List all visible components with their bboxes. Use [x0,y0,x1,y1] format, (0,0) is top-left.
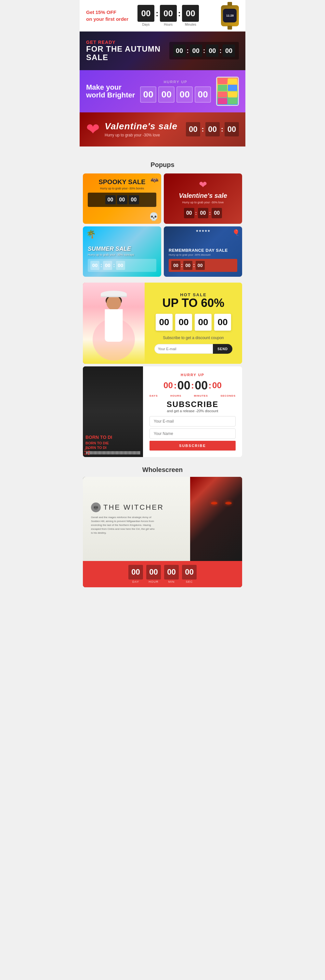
subscribe-form-area: HURRY UP 00 : 00 : 00 : 00 DAYS HOURS MI… [143,366,242,457]
hotsale-send-button[interactable]: SEND [213,344,233,354]
barcode [86,451,140,455]
sum-count1: 00 [90,261,99,270]
main-countdown: 00 : 00 : 00 Days Hours Minutes [137,5,199,26]
witcher-right-image [190,477,242,561]
eye-glow-2 [225,502,232,504]
sub-email-input[interactable] [150,416,236,426]
hot-count1: 00 [156,314,172,331]
witcher-top: THE WITCHER Geralt and the mages reinfor… [83,477,242,561]
purple-count2: 00 [158,86,175,103]
popup-val-subtitle: Hurry up to grab your -30% love [182,201,224,204]
witcher-count2: 00 [146,565,161,579]
hot-count4: 00 [214,314,231,331]
heart-decoration: ❤ [86,120,100,139]
tablet-image [216,77,239,106]
colon-1: : [156,8,159,19]
hotsale-email-input[interactable] [155,344,213,354]
popup-valentine: ❤ Valentine's sale Hurry up to grab your… [164,173,242,224]
skull-icon: 💀 [149,212,159,221]
hot-count3: 00 [195,314,212,331]
offer-desc: on your first order [86,16,128,22]
sub-name-input[interactable] [150,428,236,439]
hours-box: 00 [160,5,177,22]
svg-point-3 [95,507,96,508]
witcher-count3: 00 [164,565,179,579]
witcher-hour-item: 00 HOUR [146,565,161,583]
spooky-title: SPOOKY SALE [88,178,156,186]
rem-subtitle: Hurry up to grab your -30% discount [169,253,237,256]
body [105,309,123,342]
banner-subscribe: LANA DI DEL REY BORN TO DI BORN TO DIE B… [83,366,242,457]
wholescreen-section-title: Wholescreen [80,460,245,477]
hat [101,291,127,297]
banner-watch-text: Get 15% OFF on your first order [86,9,128,22]
purple-title2: world Brighter [86,91,135,99]
sub-title: SUBSCRIBE [167,400,218,409]
watch-image: 11:28 [221,5,239,26]
hotsale-subscribe-text: Subscribe to get a discount coupon [163,336,224,340]
purple-count4: 00 [195,86,211,103]
purple-count3: 00 [177,86,193,103]
valentine-text: Valentine's sale Hurry up to grab your -… [105,121,186,137]
witcher-count1: 00 [128,565,143,579]
hotsale-email-row: SEND [155,344,233,354]
witcher-desc: Geralt and the mages reinforce the strat… [91,515,156,535]
poster-artist-name: LANA DI DEL REY [83,444,90,455]
witcher-left: THE WITCHER Geralt and the mages reinfor… [83,477,190,561]
hotsale-title: UP TO 60% [162,297,225,309]
popup-val-countdown: 00 : 00 : 00 [184,208,222,218]
discount-text: Get [86,10,94,15]
autumn-count3: 00 [206,45,218,57]
sub-count-labels: DAYS HOURS MINUTES SECONDS [150,395,236,397]
sub-desc: and get a release -20% discount [167,409,218,413]
witcher-wolf-icon [91,503,101,512]
banner-hotsale: HOT SALE UP TO 60% 00 00 00 00 Subscribe… [83,283,242,364]
banner-valentine: ❤ Valentine's sale Hurry up to grab your… [80,112,245,146]
count-labels: Days Hours Minutes [137,23,199,26]
purple-text: Make your world Brighter [86,83,135,99]
sub-hours: 00 [177,379,190,392]
banner-witcher: THE WITCHER Geralt and the mages reinfor… [83,477,242,587]
sub-seconds: 00 [212,380,222,390]
banner-autumn: GET READY FOR THE AUTUMN SALE 00 : 00 : … [80,32,245,70]
autumn-count1: 00 [173,45,186,57]
valentine-countdown: 00 : 00 : 00 [186,122,239,137]
eye-glow [211,502,217,504]
hot-count2: 00 [175,314,192,331]
rem-count3: 00 [196,261,205,270]
summer-title: SUMMER SALE [88,245,156,252]
bat-icon: 🦇 [150,176,159,184]
witcher-label1: DAY [132,580,139,583]
witcher-min-item: 00 MIN [164,565,179,583]
witcher-label4: SEC [186,580,193,583]
autumn-countdown: 00 : 00 : 00 : 00 [169,42,239,59]
sub-hurry-text: HURRY UP [181,373,204,377]
born-text-2: BORN TO DIE [86,441,140,445]
head [107,296,121,310]
get-ready-text: GET READY [86,40,169,45]
summer-countdown: 00 : 00 : 00 [88,259,156,272]
witcher-face-image [190,477,242,561]
sub-form: SUBSCRIBE [150,416,236,450]
valentine-subtitle: Hurry up to grab your -30% love [105,133,186,137]
popup-remembrance: 🎈 ★★★★★ REMEMBRANCE DAY SALE Hurry up to… [164,226,242,277]
witcher-label3: MIN [168,580,175,583]
sub-countdown: 00 : 00 : 00 : 00 [163,379,221,392]
popup-val-title: Valentine's sale [179,192,227,199]
colon-2: : [178,8,181,19]
witcher-countdown: 00 DAY 00 HOUR 00 MIN 00 SEC [88,565,237,583]
val-colon2: : [221,125,223,134]
spacer-popups [80,146,245,156]
purple-title1: Make your [86,83,135,91]
minutes-box: 00 [182,5,199,22]
sum-count2: 00 [103,261,112,270]
subscribe-poster: LANA DI DEL REY BORN TO DI BORN TO DIE B… [83,366,143,457]
spooky-subtitle: Hurry up to grab your -30% bonès [88,187,156,190]
hotsale-right: HOT SALE UP TO 60% 00 00 00 00 Subscribe… [145,283,242,364]
days-box: 00 [137,5,155,22]
sub-subscribe-button[interactable]: SUBSCRIBE [150,441,236,450]
autumn-text: GET READY FOR THE AUTUMN SALE [86,40,169,62]
pval-count3: 00 [212,208,222,218]
discount-amount: 15% OFF [96,10,116,15]
spooky-count1: 00 [105,195,116,204]
